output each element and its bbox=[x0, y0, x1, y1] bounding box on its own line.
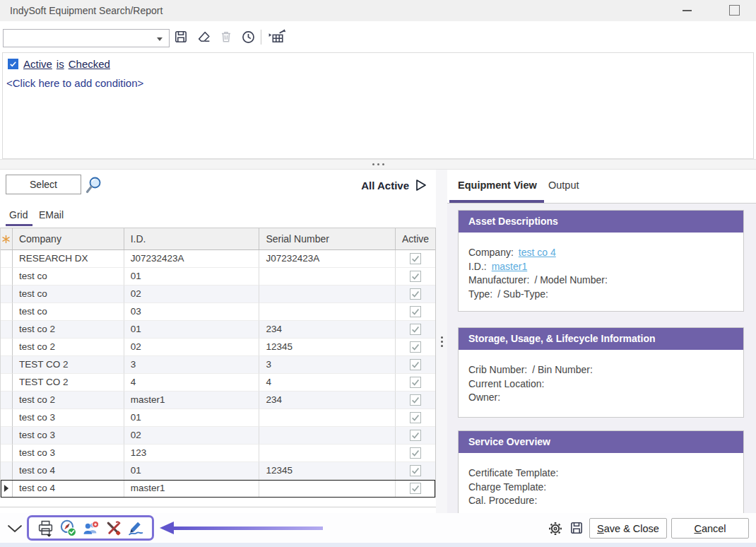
row-selector[interactable] bbox=[1, 409, 13, 427]
table-row[interactable]: TEST CO 244 bbox=[1, 374, 435, 392]
row-selector[interactable] bbox=[1, 480, 13, 498]
cell-serial-number[interactable]: 12345 bbox=[259, 339, 396, 356]
clear-conditions-button[interactable] bbox=[196, 29, 211, 45]
cell-id[interactable]: master1 bbox=[124, 480, 260, 498]
active-checkbox[interactable] bbox=[410, 271, 421, 282]
run-to-grid-button[interactable] bbox=[266, 29, 286, 45]
horizontal-splitter[interactable] bbox=[0, 159, 756, 170]
row-selector[interactable] bbox=[1, 321, 13, 339]
cell-serial-number[interactable]: 12345 bbox=[259, 462, 396, 480]
search-button[interactable] bbox=[84, 176, 102, 194]
expand-toolbar-button[interactable] bbox=[7, 523, 23, 531]
tab-email[interactable]: EMail bbox=[39, 209, 64, 220]
saved-search-combobox[interactable] bbox=[3, 29, 170, 47]
cell-company[interactable]: test co 3 bbox=[13, 427, 124, 445]
table-row[interactable]: test co03 bbox=[1, 303, 435, 321]
play-icon[interactable] bbox=[415, 179, 427, 192]
cell-serial-number[interactable] bbox=[259, 445, 396, 462]
row-selector[interactable] bbox=[1, 286, 13, 303]
save-and-close-button[interactable]: Save & Close bbox=[589, 518, 667, 539]
active-checkbox[interactable] bbox=[410, 253, 421, 264]
cell-id[interactable]: 02 bbox=[124, 427, 260, 445]
row-selector[interactable] bbox=[1, 339, 13, 356]
quick-save-button[interactable] bbox=[569, 521, 584, 535]
users-button[interactable] bbox=[81, 519, 100, 537]
active-checkbox[interactable] bbox=[410, 341, 421, 353]
table-row[interactable]: test co 2master1234 bbox=[1, 392, 435, 409]
cell-company[interactable]: RESEARCH DX bbox=[13, 250, 124, 268]
table-row[interactable]: test co 201234 bbox=[1, 321, 435, 339]
settings-button[interactable] bbox=[548, 522, 562, 536]
cell-company[interactable]: test co bbox=[13, 268, 124, 286]
active-checkbox[interactable] bbox=[410, 306, 421, 317]
cell-company[interactable]: TEST CO 2 bbox=[13, 356, 124, 374]
row-selector[interactable] bbox=[1, 374, 13, 392]
active-checkbox[interactable] bbox=[410, 324, 421, 335]
cell-serial-number[interactable] bbox=[259, 286, 396, 303]
condition-field-link[interactable]: Active bbox=[23, 58, 52, 70]
condition-checkbox[interactable] bbox=[8, 59, 18, 69]
row-selector[interactable] bbox=[1, 250, 13, 268]
cell-company[interactable]: test co 2 bbox=[13, 392, 124, 409]
vertical-splitter[interactable] bbox=[436, 170, 447, 513]
minimize-icon[interactable] bbox=[683, 10, 692, 11]
cell-company[interactable]: test co bbox=[13, 303, 124, 321]
grid-header-selector[interactable] bbox=[1, 228, 13, 249]
column-header-company[interactable]: Company bbox=[13, 228, 124, 249]
cell-company[interactable]: TEST CO 2 bbox=[13, 374, 124, 392]
cell-id[interactable]: 123 bbox=[124, 445, 260, 462]
cell-company[interactable]: test co bbox=[13, 286, 124, 303]
cell-id[interactable]: master1 bbox=[124, 392, 260, 409]
tab-equipment-view[interactable]: Equipment View bbox=[458, 180, 537, 191]
cell-serial-number[interactable] bbox=[259, 409, 396, 427]
table-row[interactable]: test co02 bbox=[1, 286, 435, 303]
cell-id[interactable]: 02 bbox=[124, 339, 260, 356]
cell-serial-number[interactable]: 4 bbox=[259, 374, 396, 392]
row-selector[interactable] bbox=[1, 303, 13, 321]
condition-operator-link[interactable]: is bbox=[57, 58, 64, 70]
cell-id[interactable]: 01 bbox=[124, 321, 260, 339]
cell-id[interactable]: 01 bbox=[124, 268, 260, 286]
row-selector[interactable] bbox=[1, 427, 13, 445]
cell-id[interactable]: 03 bbox=[124, 303, 260, 321]
row-selector[interactable] bbox=[1, 392, 13, 409]
cell-id[interactable]: 02 bbox=[124, 286, 260, 303]
tools-button[interactable] bbox=[104, 519, 122, 537]
cell-id[interactable]: 3 bbox=[124, 356, 260, 374]
delete-search-button[interactable] bbox=[218, 29, 234, 45]
active-checkbox[interactable] bbox=[410, 377, 421, 388]
cell-serial-number[interactable] bbox=[259, 427, 396, 445]
table-row[interactable]: test co 301 bbox=[1, 409, 435, 427]
active-checkbox[interactable] bbox=[410, 412, 421, 423]
run-scope-control[interactable]: All Active bbox=[361, 179, 427, 192]
active-checkbox[interactable] bbox=[410, 359, 421, 370]
cell-id[interactable]: 01 bbox=[124, 462, 260, 480]
active-checkbox[interactable] bbox=[410, 447, 421, 459]
table-row[interactable]: test co 3123 bbox=[1, 445, 435, 462]
add-condition-link[interactable]: <Click here to add condition> bbox=[6, 77, 143, 89]
cell-company[interactable]: test co 2 bbox=[13, 339, 124, 356]
table-row[interactable]: test co 20212345 bbox=[1, 339, 435, 356]
active-checkbox[interactable] bbox=[410, 288, 421, 300]
table-row[interactable]: RESEARCH DXJ07232423AJ07232423A bbox=[1, 250, 435, 268]
cancel-button[interactable]: Cancel bbox=[671, 518, 749, 539]
signature-button[interactable] bbox=[126, 519, 145, 537]
field-value-link[interactable]: test co 4 bbox=[519, 247, 556, 258]
maximize-icon[interactable] bbox=[729, 5, 740, 16]
row-selector[interactable] bbox=[1, 445, 13, 462]
tab-output[interactable]: Output bbox=[548, 180, 579, 191]
save-search-button[interactable] bbox=[173, 29, 189, 45]
cell-serial-number[interactable] bbox=[259, 303, 396, 321]
field-value-link[interactable]: master1 bbox=[492, 261, 528, 272]
cell-serial-number[interactable]: 234 bbox=[259, 392, 396, 409]
history-button[interactable] bbox=[240, 29, 256, 45]
verify-button[interactable] bbox=[59, 519, 77, 537]
cell-company[interactable]: test co 3 bbox=[13, 445, 124, 462]
active-checkbox[interactable] bbox=[410, 430, 421, 441]
table-row[interactable]: test co 302 bbox=[1, 427, 435, 445]
table-row[interactable]: TEST CO 233 bbox=[1, 356, 435, 374]
column-header-id[interactable]: I.D. bbox=[124, 228, 260, 249]
row-selector[interactable] bbox=[1, 356, 13, 374]
active-checkbox[interactable] bbox=[410, 394, 421, 406]
table-row[interactable]: test co01 bbox=[1, 268, 435, 286]
